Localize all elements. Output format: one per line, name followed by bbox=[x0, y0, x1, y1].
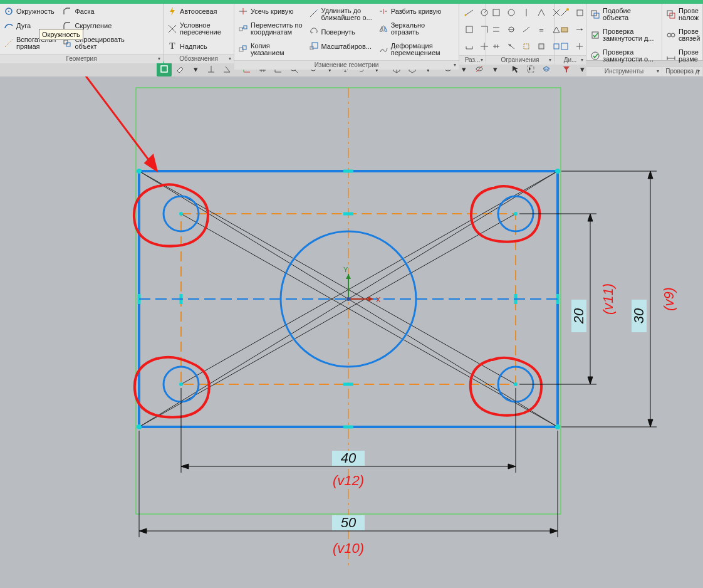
svg-rect-4 bbox=[66, 43, 70, 46]
arc-label: Дуга bbox=[16, 22, 31, 29]
svg-rect-43 bbox=[577, 10, 583, 16]
d3[interactable] bbox=[558, 23, 571, 36]
c12[interactable] bbox=[504, 39, 518, 53]
c3[interactable] bbox=[519, 6, 533, 19]
svg-rect-76 bbox=[0, 76, 703, 588]
check2-cmd[interactable]: Проверка замкнутости о... bbox=[589, 46, 655, 65]
check1-cmd[interactable]: Проверка замкнутости д... bbox=[589, 26, 655, 45]
dim-icon-3[interactable] bbox=[462, 23, 476, 36]
trim-cmd[interactable]: Усечь кривую bbox=[237, 5, 304, 18]
d6[interactable] bbox=[573, 39, 586, 53]
copy-icon bbox=[238, 45, 248, 55]
dim-icon-5[interactable] bbox=[462, 39, 476, 53]
chk-a[interactable]: Прове налож bbox=[665, 5, 701, 24]
svg-line-67 bbox=[295, 70, 298, 73]
annot-panel-title: Обозначения bbox=[164, 54, 234, 63]
svg-line-2 bbox=[5, 39, 13, 47]
d1[interactable] bbox=[558, 6, 571, 19]
c9[interactable]: = bbox=[534, 23, 548, 36]
check2-label: Проверка замкнутости о... bbox=[603, 49, 654, 63]
svg-rect-52 bbox=[592, 32, 598, 38]
autoaxis-cmd[interactable]: Автоосевая bbox=[166, 5, 222, 18]
c11[interactable] bbox=[489, 39, 503, 53]
chamfer-cmd[interactable]: Фаска bbox=[61, 5, 125, 18]
similar-cmd[interactable]: Подобие объекта bbox=[589, 5, 655, 24]
chamfer-icon bbox=[62, 6, 72, 16]
move-label: Переместить по координатам bbox=[251, 22, 303, 36]
svg-point-53 bbox=[591, 52, 599, 60]
c4[interactable] bbox=[534, 6, 548, 19]
similar-icon bbox=[590, 9, 600, 19]
split-cmd[interactable]: Разбить кривую bbox=[377, 5, 443, 18]
svg-point-57 bbox=[671, 33, 675, 37]
c7[interactable] bbox=[504, 23, 518, 36]
chk-c[interactable]: Прове разме bbox=[665, 46, 701, 65]
svg-rect-47 bbox=[561, 43, 568, 50]
c14[interactable] bbox=[534, 39, 548, 53]
d5[interactable] bbox=[558, 39, 571, 53]
check1-label: Проверка замкнутости д... bbox=[603, 28, 654, 42]
svg-point-56 bbox=[667, 33, 671, 37]
rotate-cmd[interactable]: Повернуть bbox=[308, 26, 373, 38]
c6[interactable] bbox=[489, 23, 503, 36]
move-cmd[interactable]: Переместить по координатам bbox=[237, 19, 304, 38]
dim-icon-1[interactable] bbox=[462, 6, 476, 19]
text-icon: T bbox=[167, 41, 177, 51]
c8[interactable] bbox=[519, 23, 533, 36]
rotate-icon bbox=[309, 27, 319, 37]
c1[interactable] bbox=[489, 6, 503, 19]
svg-rect-44 bbox=[561, 28, 568, 32]
svg-rect-9 bbox=[239, 28, 242, 31]
svg-point-109 bbox=[555, 424, 560, 429]
cond-label: Условное пересечение bbox=[180, 22, 221, 36]
diag-panel-title: Ди... bbox=[555, 55, 586, 65]
geometry-panel-title: Геометрия bbox=[0, 54, 163, 63]
circle-icon bbox=[4, 6, 14, 16]
svg-line-35 bbox=[523, 27, 529, 32]
dim50-val: 50 bbox=[341, 515, 357, 530]
dim20-var: (v11) bbox=[600, 283, 616, 315]
modify-panel-title: Изменение геометрии bbox=[234, 60, 459, 70]
tb-ang[interactable] bbox=[219, 61, 234, 76]
svg-point-108 bbox=[137, 424, 142, 429]
sketch-mode-btn[interactable] bbox=[157, 61, 172, 76]
tb-eraser[interactable] bbox=[172, 61, 187, 76]
d2[interactable] bbox=[573, 6, 586, 19]
scale-cmd[interactable]: Масштабиров... bbox=[308, 40, 373, 53]
check1-icon bbox=[590, 30, 600, 40]
c2[interactable] bbox=[504, 6, 518, 19]
svg-point-102 bbox=[179, 212, 183, 216]
scale-label: Масштабиров... bbox=[321, 43, 372, 50]
svg-point-104 bbox=[179, 382, 183, 386]
split-label: Разбить кривую bbox=[391, 8, 442, 15]
extend-cmd[interactable]: Удлинить до ближайшего о... bbox=[308, 5, 373, 24]
d4[interactable] bbox=[573, 23, 586, 36]
svg-line-36 bbox=[508, 44, 514, 49]
mirror-label: Зеркально отразить bbox=[391, 22, 425, 36]
cond-cmd[interactable]: Условное пересечение bbox=[166, 19, 222, 38]
chk-b[interactable]: Прове связей bbox=[665, 26, 701, 45]
sketch-canvas[interactable]: X Y 50 (v10) 40 (v12) 30 (v9) bbox=[0, 76, 703, 588]
dim40-val: 40 bbox=[341, 450, 357, 466]
dim50-var: (v10) bbox=[333, 540, 364, 556]
mirror-cmd[interactable]: Зеркально отразить bbox=[377, 19, 443, 38]
text-cmd[interactable]: T Надпись bbox=[166, 40, 222, 53]
chk-b-lbl: Прове связей bbox=[679, 28, 700, 42]
check-panel-title: Проверка д bbox=[662, 66, 702, 76]
tb-perp[interactable] bbox=[204, 61, 219, 76]
svg-rect-28 bbox=[493, 9, 499, 16]
c13[interactable] bbox=[519, 39, 533, 53]
tools-panel-title: Инструменты bbox=[586, 66, 662, 76]
circle-cmd[interactable]: Окружность bbox=[3, 5, 57, 18]
sizes-panel-title: Раз... bbox=[459, 55, 486, 65]
links-icon bbox=[666, 30, 676, 40]
deform-cmd[interactable]: Деформация перемещением bbox=[377, 40, 443, 59]
svg-point-1 bbox=[8, 11, 9, 12]
copy-cmd[interactable]: Копия указанием bbox=[237, 40, 304, 59]
tb-dd1[interactable]: ▾ bbox=[188, 61, 203, 76]
svg-rect-39 bbox=[539, 44, 544, 49]
chk-c-lbl: Прове разме bbox=[679, 49, 699, 63]
overlap-icon bbox=[666, 9, 676, 19]
svg-point-42 bbox=[566, 8, 569, 11]
svg-line-13 bbox=[310, 12, 315, 17]
